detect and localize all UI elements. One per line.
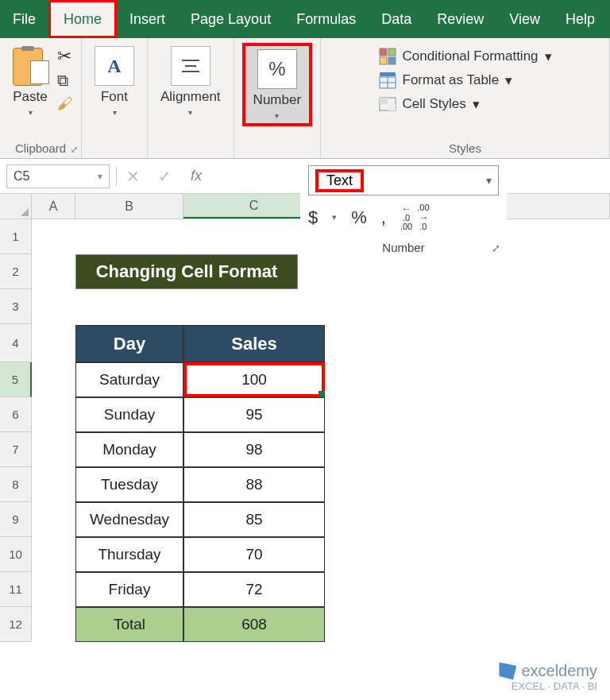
alignment-button[interactable]: Alignment ▾	[156, 43, 226, 120]
row-headers: 1 2 3 4 5 6 7 8 9 10 11 12	[0, 219, 32, 642]
tab-help[interactable]: Help	[553, 0, 608, 38]
cell-styles-button[interactable]: Cell Styles ▾	[379, 95, 480, 113]
row-header[interactable]: 12	[0, 607, 32, 642]
enter-icon[interactable]: ✓	[149, 167, 180, 186]
row-header[interactable]: 1	[0, 219, 32, 254]
cell-total-value[interactable]: 608	[183, 607, 325, 642]
chevron-down-icon: ▾	[505, 72, 512, 89]
group-font: A Font ▾	[82, 38, 148, 158]
select-all-button[interactable]	[0, 194, 32, 219]
clipboard-group-label: Clipboard	[15, 138, 66, 157]
clipboard-icon	[13, 46, 48, 86]
column-header-A[interactable]: A	[32, 194, 75, 219]
column-header-B[interactable]: B	[75, 194, 183, 219]
svg-rect-5	[380, 57, 387, 64]
alignment-label: Alignment	[160, 89, 221, 105]
row-header[interactable]: 2	[0, 254, 32, 289]
tab-insert[interactable]: Insert	[117, 0, 178, 38]
copy-icon[interactable]: ⧉	[57, 72, 73, 90]
group-alignment: Alignment ▾	[148, 38, 234, 158]
format-painter-icon[interactable]: 🖌	[57, 95, 73, 113]
cancel-icon[interactable]: ✕	[117, 167, 149, 186]
title-banner: Changing Cell Format	[75, 254, 298, 289]
tab-review[interactable]: Review	[424, 0, 496, 38]
header-day: Day	[75, 325, 183, 362]
conditional-formatting-icon	[379, 48, 396, 65]
dialog-launcher-icon[interactable]: ⤢	[492, 242, 500, 254]
cell-sales[interactable]: 95	[183, 397, 325, 432]
row-header[interactable]: 4	[0, 324, 32, 362]
number-panel-label: Number	[308, 241, 499, 254]
cell-sales[interactable]: 88	[183, 467, 325, 502]
increase-decimal-button[interactable]: ←.0.00	[400, 203, 412, 231]
tab-file[interactable]: File	[0, 0, 48, 38]
cell-styles-label: Cell Styles	[403, 96, 466, 112]
cell-sales-selected[interactable]: 100	[183, 362, 325, 397]
format-as-table-button[interactable]: Format as Table ▾	[379, 72, 513, 89]
cell-sales[interactable]: 70	[183, 537, 325, 572]
ribbon-content: Paste ▾ ✂ ⧉ 🖌 Clipboard ⤢ A Font ▾	[0, 38, 610, 159]
number-label: Number	[253, 92, 301, 108]
paste-label: Paste	[13, 89, 47, 105]
tab-view[interactable]: View	[496, 0, 553, 38]
number-format-select[interactable]: Text ▾	[308, 165, 499, 195]
tab-home[interactable]: Home	[48, 0, 117, 38]
fx-icon[interactable]: fx	[180, 168, 212, 184]
cell-sales[interactable]: 72	[183, 572, 325, 607]
row-header[interactable]: 8	[0, 467, 32, 502]
cell-day[interactable]: Monday	[75, 432, 183, 467]
group-styles: Conditional Formatting ▾ Format as Table…	[321, 38, 610, 158]
cell-total-label[interactable]: Total	[75, 607, 183, 642]
number-format-panel: Text ▾ $ ▾ % , ←.0.00 .00→.0 Number ⤢	[300, 159, 507, 257]
row-header[interactable]: 7	[0, 432, 32, 467]
paste-button[interactable]: Paste ▾	[8, 43, 52, 120]
chevron-down-icon: ▾	[98, 171, 102, 182]
tab-formulas[interactable]: Formulas	[284, 0, 369, 38]
watermark-subtext: EXCEL · DATA · BI	[512, 680, 597, 692]
comma-format-button[interactable]: ,	[381, 207, 386, 228]
cell-sales[interactable]: 98	[183, 432, 325, 467]
row-header[interactable]: 6	[0, 397, 32, 432]
styles-group-label: Styles	[449, 138, 481, 157]
percent-format-button[interactable]: %	[351, 207, 367, 228]
tab-page-layout[interactable]: Page Layout	[178, 0, 284, 38]
cell-day[interactable]: Tuesday	[75, 467, 183, 502]
group-clipboard: Paste ▾ ✂ ⧉ 🖌 Clipboard ⤢	[0, 38, 82, 158]
decrease-decimal-button[interactable]: .00→.0	[417, 203, 429, 231]
row-header[interactable]: 10	[0, 537, 32, 572]
row-header[interactable]: 3	[0, 289, 32, 324]
watermark: exceldemy EXCEL · DATA · BI	[499, 662, 597, 692]
font-button[interactable]: A Font ▾	[90, 43, 139, 120]
svg-rect-6	[388, 57, 396, 64]
group-number: % Number ▾	[234, 38, 321, 158]
cells-area[interactable]: Changing Cell Format Day Sales Saturday1…	[32, 219, 610, 642]
watermark-icon	[499, 663, 516, 680]
name-box-value: C5	[14, 169, 29, 184]
conditional-formatting-button[interactable]: Conditional Formatting ▾	[379, 48, 552, 65]
cell-sales[interactable]: 85	[183, 502, 325, 537]
alignment-icon	[171, 46, 210, 86]
cell-day[interactable]: Friday	[75, 572, 183, 607]
cell-day[interactable]: Sunday	[75, 397, 183, 432]
percent-icon: %	[257, 49, 297, 89]
chevron-down-icon: ▾	[29, 108, 33, 117]
chevron-down-icon: ▾	[113, 108, 117, 117]
font-icon: A	[95, 46, 134, 86]
dialog-launcher-icon[interactable]: ⤢	[71, 145, 78, 155]
row-header[interactable]: 9	[0, 502, 32, 537]
name-box[interactable]: C5 ▾	[6, 164, 110, 188]
row-header[interactable]: 11	[0, 572, 32, 607]
font-label: Font	[101, 89, 128, 105]
svg-rect-13	[388, 104, 396, 110]
row-header[interactable]: 5	[0, 362, 32, 397]
cut-icon[interactable]: ✂	[57, 46, 73, 67]
accounting-format-button[interactable]: $	[308, 207, 318, 228]
ribbon-tabs: File Home Insert Page Layout Formulas Da…	[0, 0, 610, 38]
tab-data[interactable]: Data	[369, 0, 424, 38]
cell-day[interactable]: Thursday	[75, 537, 183, 572]
svg-rect-4	[388, 48, 396, 56]
cell-day[interactable]: Wednesday	[75, 502, 183, 537]
number-button[interactable]: % Number ▾	[242, 43, 312, 126]
svg-rect-3	[380, 48, 387, 56]
cell-day[interactable]: Saturday	[75, 362, 183, 397]
